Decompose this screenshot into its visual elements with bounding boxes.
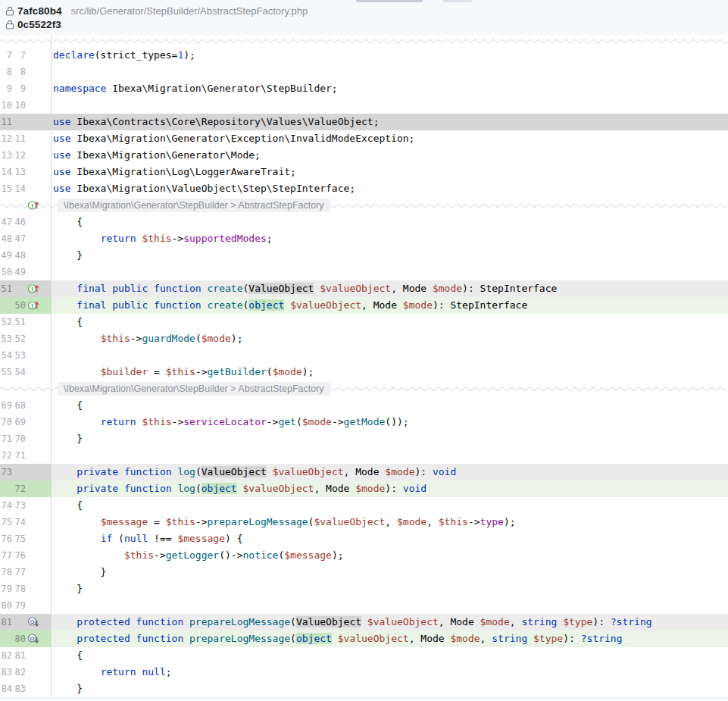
code-token: $message [101,516,148,527]
line-number-new: 51 [14,314,26,330]
bottom-strip [0,697,728,701]
code-token: Mode [326,483,349,494]
code-token [53,516,101,527]
code-token: ?string [611,616,652,627]
line-number-old: 79 [0,581,12,597]
gutter: 7069 [0,414,51,430]
gutter: 77 [0,47,51,64]
gutter: 8079 [0,597,51,614]
code-token [183,616,189,627]
code-token: ): [414,466,432,477]
gutter: 1413 [0,164,51,180]
breadcrumb-label[interactable]: \Ibexa\Migration\Generator\StepBuilder >… [57,382,331,396]
code-token: $mode [385,466,414,477]
overridden-method-icon[interactable]: O [27,616,39,633]
gutter: 4847 [0,230,51,247]
line-number-new: 49 [14,264,26,280]
code-token: $this [142,233,171,244]
code-token [53,333,101,344]
code-line: { [51,314,728,330]
code-token: function [136,633,184,644]
commit-hash-new: 0c5522f3 [17,19,61,30]
code-line: private function log(object $valueObject… [51,480,728,497]
gutter: 7675 [0,530,51,547]
gutter: 1010 [0,97,51,114]
code-line: } [51,430,728,447]
gutter: 7574 [0,514,51,530]
code-token: use [53,116,70,127]
collapsed-region-separator[interactable] [0,35,728,47]
code-token: $valueObject [314,516,385,527]
code-token: , [385,516,397,527]
implements-method-icon[interactable]: I [27,283,39,299]
code-token: -> [267,416,279,427]
code-token: ( [195,333,202,344]
line-number-new: 10 [14,97,26,114]
code-token [130,633,136,644]
code-token: $type [533,633,563,644]
line-number-new: 46 [14,214,26,230]
code-token: ): [433,299,450,311]
line-number-new: 71 [14,447,26,464]
code-token [267,466,273,477]
code-line: $builder = $this->getBuilder($mode); [51,364,728,380]
code-token: $valueObject [290,299,361,311]
line-number-old: 70 [0,414,12,430]
line-number-old: 76 [0,530,12,547]
code-line [51,97,728,114]
gutter: 81O [0,614,51,631]
code-line: } [51,581,728,597]
code-token: ( [290,616,296,627]
code-line: namespace Ibexa\Migration\Generator\Step… [51,80,728,97]
code-row: 5049 [0,264,728,280]
line-number-new: 80 [14,631,26,647]
code-line [51,597,728,614]
code-token: $this [439,516,468,527]
line-number-new: 83 [14,681,26,697]
code-row: 7776 $this->getLogger()->notice($message… [0,547,728,564]
code-token: ()); [385,416,408,427]
implements-method-icon[interactable]: I [27,199,39,214]
code-token: { [53,216,83,227]
code-token: use [53,149,70,161]
svg-text:I: I [31,302,33,309]
code-token: } [53,583,83,594]
code-token [237,483,243,494]
collapsed-region-separator[interactable]: I\Ibexa\Migration\Generator\StepBuilder … [0,197,728,214]
line-number-new: 74 [14,514,26,530]
collapsed-region-separator[interactable]: \Ibexa\Migration\Generator\StepBuilder >… [0,380,728,397]
code-token: function [154,283,202,294]
code-token [202,283,208,294]
code-token: protected [77,616,130,627]
code-token: $mode [450,633,480,644]
code-token: , [510,616,522,627]
code-token: ); [231,333,243,344]
overridden-method-icon[interactable]: O [27,633,39,649]
code-token: -> [332,416,344,427]
code-token: notice [242,549,278,561]
code-line: } [51,681,728,697]
line-number-old: 48 [0,230,12,247]
line-number-new: 76 [14,547,26,564]
code-row: 7877 } [0,564,728,581]
line-number-new: 48 [14,247,26,264]
code-token: string [521,616,557,627]
code-token: Ibexa\Migration\Log\LoggerAwareTrait; [70,166,295,177]
code-token: StepInterface [450,299,527,311]
code-token: return [101,233,136,244]
breadcrumb-label[interactable]: \Ibexa\Migration\Generator\StepBuilder >… [57,199,331,212]
code-token: ); [302,366,314,377]
gutter: 51I [0,280,51,297]
code-token: , [426,516,439,527]
code-line [51,447,728,464]
line-number-old: 11 [0,114,12,130]
code-token [118,466,124,477]
code-token: function [124,466,172,477]
implements-method-icon[interactable]: I [27,299,39,316]
code-row: 4847 return $this->supportedModes; [0,230,728,247]
code-token: $mode [480,616,510,627]
line-number-old: 77 [0,547,12,564]
code-token: ; [267,233,273,244]
line-number-new: 8 [14,64,26,80]
code-row: 7574 $message = $this->prepareLogMessage… [0,514,728,530]
